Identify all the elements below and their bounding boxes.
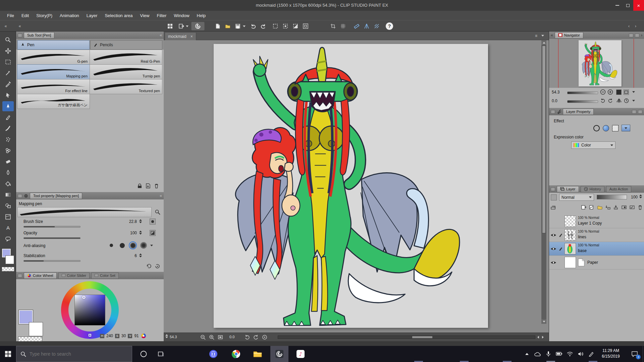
- airbrush-tool[interactable]: [2, 134, 14, 144]
- apply-mask-icon[interactable]: [629, 204, 635, 210]
- panel-menu-icon[interactable]: [18, 34, 22, 37]
- tab-auto-action[interactable]: Auto Action: [606, 186, 632, 192]
- register-settings-icon[interactable]: [155, 263, 160, 269]
- menu-help[interactable]: Help: [193, 12, 210, 19]
- nav-rotate-ccw-button[interactable]: [600, 98, 606, 105]
- save-dropdown[interactable]: [242, 22, 246, 31]
- taskbar-clock[interactable]: 11:29 AM 6/15/2019: [596, 348, 625, 359]
- tab-history[interactable]: History: [581, 186, 604, 192]
- tab-list-icon[interactable]: ≡: [535, 34, 537, 38]
- show-desktop-button[interactable]: [643, 346, 644, 362]
- layer-thumbnail[interactable]: [565, 257, 576, 268]
- zoom-tool[interactable]: [2, 35, 14, 45]
- nav-actual-size-button[interactable]: [616, 89, 622, 95]
- menu-edit[interactable]: Edit: [18, 12, 33, 19]
- subtool-mapping-pen[interactable]: Mapping pen: [17, 64, 90, 79]
- h-scroll-thumb[interactable]: [412, 336, 432, 338]
- brush-size-slider[interactable]: [23, 226, 80, 228]
- opacity-slider[interactable]: [23, 237, 80, 239]
- caret-down-icon[interactable]: [632, 91, 635, 93]
- caret-down-icon[interactable]: [150, 245, 153, 246]
- tab-color-set[interactable]: Color Set: [91, 273, 119, 279]
- reset-settings-icon[interactable]: [146, 263, 152, 269]
- reset-view-button[interactable]: [262, 334, 268, 341]
- layer-thumbnail[interactable]: [565, 243, 576, 254]
- auto-select-tool[interactable]: [2, 68, 14, 78]
- hue-cursor[interactable]: [89, 334, 91, 337]
- clip-to-layer-icon[interactable]: [550, 204, 556, 210]
- navigator-preview[interactable]: [549, 39, 644, 88]
- transparent-swatch[interactable]: [18, 337, 42, 342]
- subtool-panel-tab[interactable]: Sub Tool [Pen]: [24, 32, 54, 39]
- collapse-panel-icon[interactable]: «: [160, 193, 162, 198]
- tray-pen[interactable]: [586, 346, 596, 362]
- panel-menu-icon[interactable]: [551, 187, 555, 191]
- navigator-list-icon[interactable]: [635, 34, 639, 37]
- layer-opacity-value[interactable]: 100: [628, 195, 638, 199]
- tab-pen[interactable]: Pen: [17, 40, 90, 50]
- secondary-color-swatch[interactable]: [29, 322, 43, 336]
- layer-opacity-spinner[interactable]: [639, 194, 642, 198]
- new-vector-layer-icon[interactable]: [589, 204, 595, 210]
- decoration-tool[interactable]: [2, 145, 14, 156]
- stabilization-spinner[interactable]: [139, 253, 142, 257]
- fit-screen-button[interactable]: [217, 334, 223, 341]
- stabilization-slider[interactable]: [23, 260, 80, 262]
- menu-selection-area[interactable]: Selection area: [101, 12, 136, 19]
- s-value[interactable]: 30: [121, 334, 126, 338]
- fill-tool[interactable]: [2, 179, 14, 189]
- new-file-button[interactable]: [213, 22, 222, 31]
- taskbar-explorer[interactable]: [250, 346, 266, 362]
- nav-flip-horizontal-button[interactable]: [616, 98, 622, 105]
- layer-row-paper[interactable]: Paper: [549, 256, 644, 269]
- panel-menu-icon[interactable]: [551, 110, 555, 114]
- angle-right-icon[interactable]: ›: [641, 33, 642, 38]
- menu-file[interactable]: File: [3, 12, 18, 19]
- aa-weak-button[interactable]: [118, 241, 126, 249]
- tray-show-hidden[interactable]: [522, 346, 532, 362]
- layer-mask-icon[interactable]: [621, 204, 627, 210]
- reselect-button[interactable]: [281, 22, 290, 31]
- effect-more-button[interactable]: [622, 125, 630, 131]
- transfer-layer-icon[interactable]: [605, 204, 611, 210]
- gradient-tool[interactable]: [2, 190, 14, 200]
- tray-volume[interactable]: [576, 346, 586, 362]
- taskbar-search[interactable]: [16, 346, 132, 362]
- invert-selection-button[interactable]: [291, 22, 300, 31]
- tray-onedrive[interactable]: [533, 346, 543, 362]
- layer-row-layer1copy[interactable]: 100 % Normal Layer 1 Copy: [549, 215, 644, 228]
- cortana-button[interactable]: [136, 346, 152, 362]
- panel-menu-icon[interactable]: [18, 194, 22, 198]
- layer-property-tab[interactable]: Layer Property: [563, 109, 594, 115]
- help-button[interactable]: ?: [386, 22, 393, 30]
- stabilization-value[interactable]: 6: [117, 253, 137, 258]
- collapse-left-dock-button-2[interactable]: «: [15, 22, 24, 31]
- action-center-button[interactable]: 3: [628, 346, 641, 362]
- subtool-gasa-pen[interactable]: ガサ伽サ線画ペン: [17, 94, 90, 109]
- export-dropdown[interactable]: [185, 22, 189, 31]
- balloon-tool[interactable]: [2, 234, 14, 244]
- open-file-button[interactable]: [223, 22, 232, 31]
- canvas-tab-close-icon[interactable]: ×: [191, 34, 193, 39]
- opacity-dynamics-button[interactable]: [150, 230, 156, 236]
- frame-border-tool[interactable]: [2, 212, 14, 222]
- canvas-page[interactable]: [214, 44, 488, 328]
- brush-size-spinner[interactable]: [139, 219, 142, 223]
- collapse-panel-icon[interactable]: «: [160, 33, 162, 38]
- h-value[interactable]: 240: [106, 334, 113, 338]
- nav-reset-rotation-button[interactable]: [624, 98, 629, 105]
- blend-mode-dropdown[interactable]: Normal: [559, 194, 594, 201]
- brush-tool[interactable]: [2, 123, 14, 133]
- tool-property-tab[interactable]: Tool property [Mapping pen]: [30, 193, 82, 199]
- status-zoom-value[interactable]: 54.3: [170, 335, 177, 339]
- subtool-textured-pen[interactable]: Textured pen: [90, 79, 162, 94]
- taskbar-music[interactable]: ♪: [292, 346, 309, 362]
- expression-color-dropdown[interactable]: Color: [571, 141, 615, 149]
- merge-down-icon[interactable]: [613, 204, 619, 210]
- maximize-button[interactable]: [623, 0, 633, 11]
- extract-line-button[interactable]: [612, 125, 619, 131]
- minimize-button[interactable]: [612, 0, 623, 11]
- rotate-cw-button[interactable]: [253, 334, 259, 341]
- crop-button[interactable]: [329, 22, 337, 31]
- layer-row-base[interactable]: 100 % Normal base: [549, 242, 644, 256]
